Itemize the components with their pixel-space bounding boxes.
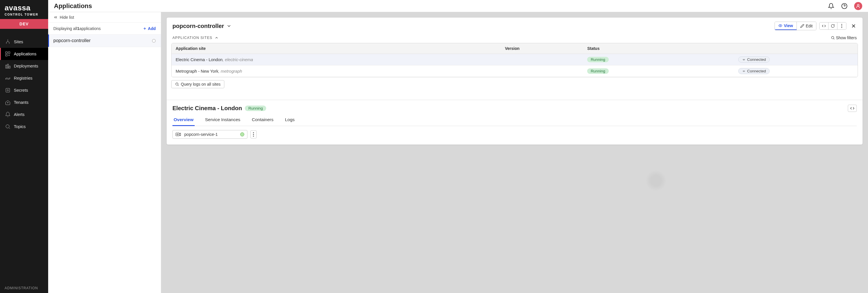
svg-point-8 xyxy=(7,102,8,103)
pencil-icon xyxy=(800,24,804,28)
site-tabs: Overview Service Instances Containers Lo… xyxy=(173,115,857,126)
site-name-text: Metrograph - New York xyxy=(176,69,218,73)
secrets-icon xyxy=(5,87,11,93)
sidebar-item-deployments[interactable]: Deployments xyxy=(0,60,48,72)
sidebar-item-label: Registries xyxy=(14,76,32,80)
site-slug: , electric-cinema xyxy=(223,57,253,62)
view-label: View xyxy=(784,23,793,28)
more-button[interactable] xyxy=(837,23,846,29)
view-button[interactable]: View xyxy=(775,22,797,30)
add-label: Add xyxy=(148,26,156,31)
topics-icon xyxy=(5,123,11,130)
tab-service-instances[interactable]: Service Instances xyxy=(204,115,241,126)
sidebar-item-registries[interactable]: Registries xyxy=(0,72,48,84)
search-icon xyxy=(175,82,179,86)
svg-point-22 xyxy=(253,134,254,135)
svg-rect-4 xyxy=(7,64,8,68)
chevrons-left-icon xyxy=(53,15,58,20)
tab-logs[interactable]: Logs xyxy=(284,115,296,126)
svg-point-13 xyxy=(780,25,781,26)
svg-point-16 xyxy=(841,27,842,28)
code-button[interactable] xyxy=(819,23,829,29)
section-label: APPLICATION SITES xyxy=(173,36,212,40)
sidebar-item-topics[interactable]: Topics xyxy=(0,121,48,133)
sidebar-item-applications[interactable]: Applications xyxy=(0,48,48,60)
more-vertical-icon xyxy=(840,24,844,28)
sidebar-item-label: Topics xyxy=(14,124,26,129)
registries-icon xyxy=(5,75,11,81)
svg-point-15 xyxy=(841,26,842,27)
svg-rect-5 xyxy=(9,66,10,68)
service-instance-card[interactable]: popcorn-service-1 xyxy=(173,130,247,139)
column-version: Version xyxy=(501,43,583,54)
application-list-item[interactable]: popcorn-controller xyxy=(48,34,161,47)
sidebar-item-secrets[interactable]: Secrets xyxy=(0,84,48,96)
svg-point-14 xyxy=(841,24,842,25)
site-status-pill: Running xyxy=(245,105,266,111)
svg-rect-19 xyxy=(176,133,179,136)
sidebar-item-label: Applications xyxy=(14,52,36,56)
wifi-icon xyxy=(742,58,746,61)
bell-icon xyxy=(828,3,834,9)
service-menu-button[interactable] xyxy=(250,130,257,138)
tab-containers[interactable]: Containers xyxy=(251,115,275,126)
svg-point-12 xyxy=(857,4,859,6)
service-status-indicator xyxy=(240,132,244,136)
user-avatar[interactable] xyxy=(854,2,862,10)
sidebar-item-sites[interactable]: Sites xyxy=(0,36,48,48)
show-filters-label: Show filters xyxy=(836,35,857,40)
sidebar-item-alerts[interactable]: Alerts xyxy=(0,108,48,121)
help-button[interactable] xyxy=(841,3,848,9)
query-logs-button[interactable]: Query logs on all sites xyxy=(171,80,224,88)
hide-list-label: Hide list xyxy=(60,15,74,20)
sidebar-item-label: Alerts xyxy=(14,112,25,117)
svg-rect-6 xyxy=(6,88,9,92)
applications-icon xyxy=(5,51,11,57)
view-edit-toggle: View Edit xyxy=(775,22,816,30)
detail-title-text: popcorn-controller xyxy=(173,23,224,29)
svg-point-21 xyxy=(253,132,254,133)
search-icon xyxy=(831,36,835,40)
application-detail-card: popcorn-controller View Edit xyxy=(166,17,863,145)
brand-logo: avassa CONTROL TOWER xyxy=(0,0,48,19)
svg-point-7 xyxy=(7,90,9,91)
tenants-icon xyxy=(5,99,11,105)
add-application-button[interactable]: Add xyxy=(143,26,156,31)
brand-name: avassa xyxy=(5,4,43,11)
detail-title-dropdown[interactable]: popcorn-controller xyxy=(173,23,231,29)
environment-badge: DEV xyxy=(0,19,48,29)
edit-button[interactable]: Edit xyxy=(797,22,816,30)
svg-point-9 xyxy=(6,125,9,128)
svg-rect-0 xyxy=(6,52,7,54)
notifications-button[interactable] xyxy=(828,3,835,9)
svg-point-18 xyxy=(176,83,178,85)
svg-rect-3 xyxy=(6,65,7,68)
sidebar-nav: Sites Applications Deployments Registrie… xyxy=(0,29,48,282)
application-sites-header: APPLICATION SITES Show filters xyxy=(167,33,863,43)
sites-icon xyxy=(5,39,11,45)
site-code-button[interactable] xyxy=(848,105,857,112)
help-icon xyxy=(841,3,847,9)
status-indicator xyxy=(152,39,156,43)
close-detail-button[interactable] xyxy=(850,23,857,29)
applications-list-panel: Hide list Displaying all 1 applications … xyxy=(48,12,161,293)
application-sites-table: Application site Version Status Electric… xyxy=(171,43,858,77)
tab-overview[interactable]: Overview xyxy=(173,115,195,126)
site-version xyxy=(501,54,583,65)
displaying-suffix: applications xyxy=(79,26,101,31)
refresh-button[interactable] xyxy=(829,23,837,29)
displaying-count: 1 xyxy=(77,26,79,31)
service-name: popcorn-service-1 xyxy=(184,132,237,137)
chevron-up-icon[interactable] xyxy=(215,36,219,40)
column-site: Application site xyxy=(172,43,501,54)
sidebar-item-tenants[interactable]: Tenants xyxy=(0,96,48,108)
refresh-icon xyxy=(831,24,835,28)
site-row[interactable]: Metrograph - New York, metrograph Runnin… xyxy=(172,65,858,77)
query-logs-label: Query logs on all sites xyxy=(181,82,221,87)
service-icon xyxy=(176,132,181,136)
hide-list-button[interactable]: Hide list xyxy=(48,12,161,23)
show-filters-button[interactable]: Show filters xyxy=(831,35,857,40)
site-row[interactable]: Electric Cinema - London, electric-cinem… xyxy=(172,54,858,65)
svg-point-23 xyxy=(253,135,254,136)
application-name: popcorn-controller xyxy=(53,38,152,43)
